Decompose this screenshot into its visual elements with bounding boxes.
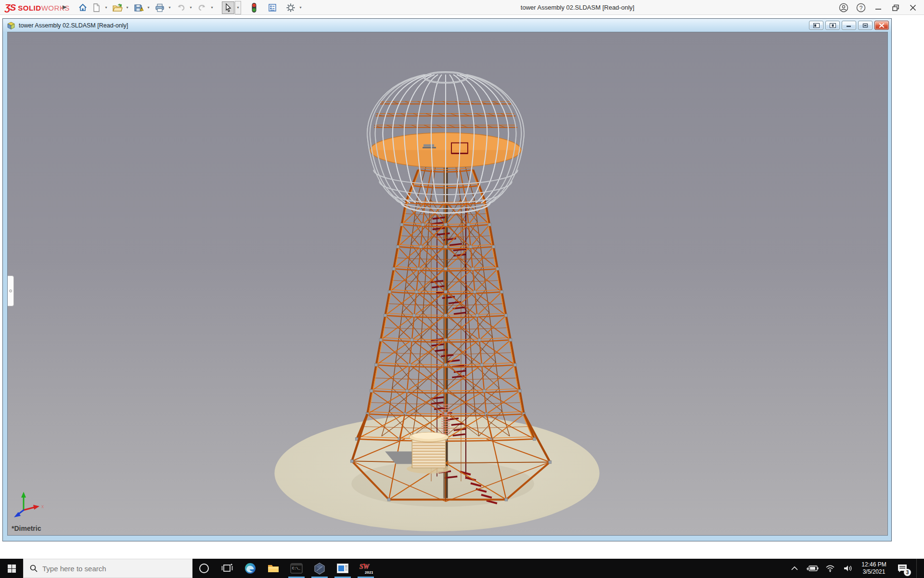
doc-minimize-icon [846,23,852,27]
solidworks-application: ƷS SOLID WORKS ▶ ▾ [0,0,924,578]
account-button[interactable] [836,1,851,14]
print-icon [154,3,165,13]
options-dropdown[interactable]: ▾ [297,1,304,14]
window-app-icon [336,563,349,574]
taskbar-search[interactable] [23,559,192,578]
minimize-button[interactable] [871,1,886,14]
solidworks-app-button[interactable]: SW 2021 [354,559,377,578]
save-dropdown[interactable]: ▾ [145,1,152,14]
hexagon-app-icon [313,562,326,575]
search-icon [30,565,38,572]
featuremanager-tab-handle-icon [9,289,12,292]
terminal-button[interactable]: C:\_ [285,559,308,578]
new-document-button[interactable] [90,1,103,14]
windows-start-icon [8,565,16,573]
task-view-button[interactable] [216,559,239,578]
action-center-button[interactable]: 3 [893,559,912,578]
tray-date: 3/5/2021 [859,568,889,576]
volume-status[interactable] [841,559,855,578]
properties-button[interactable] [266,1,279,14]
options-button[interactable] [284,1,297,14]
file-explorer-icon [267,563,280,574]
battery-status[interactable] [805,559,820,578]
document-window-buttons [809,21,889,30]
help-button[interactable]: ? [854,1,868,14]
battery-charging-icon [806,565,819,572]
right-pane-icon [830,23,836,28]
hexagon-app-button[interactable] [308,559,331,578]
document-window: tower Assembly 02.SLDASM [Read-only] [2,18,892,541]
file-explorer-button[interactable] [262,559,285,578]
orientation-triad-icon: x [12,491,56,528]
doc-restore-icon [862,23,868,28]
app-title: tower Assembly 02.SLDASM [Read-only] [496,4,659,11]
restore-button[interactable] [888,1,903,14]
graphics-viewport[interactable]: x *Dimetric [7,32,888,536]
menu-expand-arrow-icon[interactable]: ▶ [63,4,66,10]
svg-text:?: ? [860,4,863,11]
document-titlebar[interactable]: tower Assembly 02.SLDASM [Read-only] [3,19,891,32]
help-icon: ? [856,2,866,13]
open-dropdown[interactable]: ▾ [124,1,130,14]
print-button[interactable] [154,1,166,14]
solidworks-year-label: 2021 [365,570,373,575]
window-controls: ? [836,0,920,15]
rebuild-button[interactable] [248,1,260,14]
new-document-icon [91,3,101,13]
document-title: tower Assembly 02.SLDASM [Read-only] [19,22,128,29]
tray-expand-button[interactable] [787,559,802,578]
notification-badge: 3 [904,569,911,576]
edge-browser-icon [244,562,257,575]
terminal-icon: C:\_ [290,563,303,574]
redo-button[interactable] [196,1,208,14]
save-button[interactable] [132,1,145,14]
home-icon [78,3,88,13]
toggle-right-pane-button[interactable] [825,21,840,30]
redo-dropdown[interactable]: ▾ [209,1,215,14]
featuremanager-collapsed-tab[interactable] [7,276,14,306]
properties-list-icon [268,3,277,13]
print-dropdown[interactable]: ▾ [167,1,173,14]
speaker-icon [843,565,853,572]
ds-logo-glyph: ƷS [5,2,15,13]
toggle-left-pane-button[interactable] [809,21,823,30]
start-button[interactable] [0,559,23,578]
show-desktop-button[interactable] [916,559,918,578]
solidworks-logo: ƷS SOLID WORKS [5,2,70,13]
clock[interactable]: 12:46 PM 3/5/2021 [859,561,889,576]
minimize-icon [873,3,883,13]
user-account-icon [838,2,849,13]
solidworks-app-icon: SW 2021 [359,562,373,575]
doc-close-icon [879,23,885,28]
windows-taskbar: C:\_ SW 20 [0,559,924,578]
undo-button[interactable] [175,1,187,14]
left-pane-icon [813,23,820,28]
doc-restore-button[interactable] [858,21,873,30]
wifi-icon [825,565,835,572]
cortana-button[interactable] [192,559,216,578]
select-tool-dropdown[interactable]: ▾ [235,1,241,14]
undo-dropdown[interactable]: ▾ [188,1,194,14]
doc-minimize-button[interactable] [842,21,856,30]
system-tray: 12:46 PM 3/5/2021 3 [787,559,924,578]
new-document-dropdown[interactable]: ▾ [103,1,109,14]
home-button[interactable] [77,1,89,14]
search-input[interactable] [42,565,177,573]
gear-icon [286,3,295,13]
close-button[interactable] [906,1,920,14]
edge-button[interactable] [239,559,262,578]
assembly-document-icon [6,21,16,30]
open-button[interactable] [111,1,124,14]
tower-assembly-3d-model [8,32,887,535]
chevron-up-icon [791,566,798,571]
svg-text:C:\_: C:\_ [292,566,301,570]
open-folder-icon [112,3,123,13]
select-tool-button[interactable] [222,1,234,14]
network-status[interactable] [823,559,837,578]
task-view-icon [221,563,233,574]
tray-time: 12:46 PM [859,561,889,568]
select-cursor-icon [223,3,233,13]
redo-icon [197,3,207,13]
doc-close-button[interactable] [874,21,889,30]
window-app-button[interactable] [331,559,354,578]
